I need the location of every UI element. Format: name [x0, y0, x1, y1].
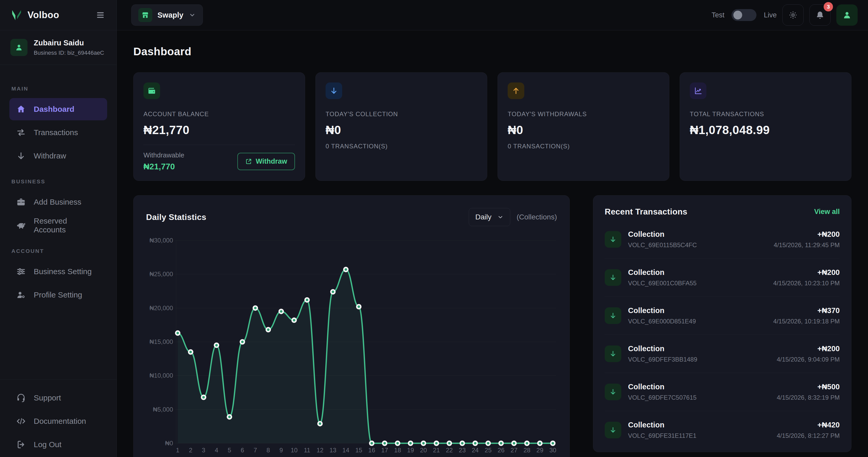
- nav-section-items: Add Business Reserved Accounts: [0, 191, 117, 236]
- external-link-icon: [245, 158, 252, 165]
- transaction-row[interactable]: Collection VOLC_69E0115B5C4FC +₦200 4/15…: [605, 220, 840, 258]
- mode-toggle[interactable]: [732, 9, 756, 21]
- svg-text:1: 1: [176, 447, 179, 454]
- nav-section-items: Dashboard Transactions Withdraw: [0, 98, 117, 167]
- user-card[interactable]: Zubairu Saidu Business ID: biz_69446aeC: [0, 30, 117, 65]
- daily-statistics-chart-svg: ₦0₦5,000₦10,000₦15,000₦20,000₦25,000₦30,…: [146, 233, 557, 457]
- svg-text:9: 9: [279, 447, 283, 454]
- business-switcher[interactable]: Swaply: [131, 4, 203, 26]
- transaction-row[interactable]: Collection VOLC_69DFE31E117E1 +₦420 4/15…: [605, 411, 840, 449]
- txn-reference: VOLC_69DFE7C507615: [628, 394, 770, 401]
- svg-text:₦10,000: ₦10,000: [149, 372, 173, 379]
- svg-text:28: 28: [524, 447, 530, 454]
- live-mode-label: Live: [764, 11, 777, 19]
- stat-card-label: ACCOUNT BALANCE: [144, 110, 295, 118]
- withdraw-button[interactable]: Withdraw: [237, 153, 295, 170]
- svg-text:23: 23: [459, 447, 466, 454]
- stat-card-sub: 0 TRANSACTION(S): [326, 143, 477, 150]
- stat-card-value: ₦21,770: [144, 123, 295, 137]
- withdraw-button-label: Withdraw: [256, 157, 287, 165]
- user-avatar-icon: [10, 39, 28, 56]
- svg-text:18: 18: [394, 447, 401, 454]
- txn-date: 4/15/2026, 9:04:09 PM: [777, 356, 840, 363]
- stat-card-total-transactions: TOTAL TRANSACTIONS ₦1,078,048.99: [680, 72, 851, 181]
- user-name: Zubairu Saidu: [34, 39, 104, 47]
- user-gear-icon: [16, 290, 26, 300]
- nav-item-label: Withdraw: [34, 152, 66, 160]
- collection-arrow-down-icon: [605, 422, 621, 438]
- sidebar-item-transactions[interactable]: Transactions: [9, 121, 107, 144]
- stat-card-today-s-collection: TODAY'S COLLECTION ₦0 0 TRANSACTION(S): [315, 72, 487, 181]
- person-icon: [842, 10, 852, 20]
- nav-item-label: Documentation: [34, 417, 86, 426]
- withdrawable-label: Withdrawable: [144, 151, 184, 159]
- sidebar-item-support[interactable]: Support: [9, 387, 107, 409]
- sliders-icon: [16, 267, 26, 276]
- nav-section: MAIN Dashboard Transactions Withdraw: [0, 86, 117, 167]
- daily-statistics-title: Daily Statistics: [146, 213, 206, 222]
- txn-amount: +₦500: [777, 383, 840, 391]
- stat-card-value: ₦0: [508, 123, 659, 137]
- txn-reference: VOLC_69DFE31E117E1: [628, 432, 770, 439]
- svg-text:21: 21: [433, 447, 440, 454]
- briefcase-icon: [16, 197, 26, 207]
- txn-date: 4/15/2026, 8:12:27 PM: [777, 432, 840, 439]
- chart-line-icon: [690, 83, 706, 99]
- txn-reference: VOLC_69E0115B5C4FC: [628, 241, 767, 249]
- svg-text:₦20,000: ₦20,000: [149, 304, 173, 312]
- sidebar: Volboo Zubairu Saidu Business ID: biz_69…: [0, 0, 117, 457]
- transaction-row[interactable]: Collection VOLC_69DFE7C507615 +₦500 4/15…: [605, 373, 840, 411]
- svg-text:₦30,000: ₦30,000: [149, 237, 173, 244]
- collection-arrow-down-icon: [605, 269, 621, 286]
- transaction-row[interactable]: Collection VOLC_69E000D851E49 +₦370 4/15…: [605, 296, 840, 334]
- view-all-link[interactable]: View all: [814, 208, 840, 216]
- txn-reference: VOLC_69E001C0BFA55: [628, 280, 767, 287]
- txn-amount: +₦370: [773, 306, 840, 315]
- txn-type: Collection: [628, 306, 767, 315]
- stat-card-account-balance: ACCOUNT BALANCE ₦21,770 Withdrawable ₦21…: [133, 72, 305, 181]
- sidebar-item-log-out[interactable]: Log Out: [9, 433, 107, 456]
- profile-button[interactable]: [836, 4, 858, 26]
- stat-card-sub: 0 TRANSACTION(S): [508, 143, 659, 150]
- transaction-row[interactable]: Collection VOLC_69DFEF3BB1489 +₦200 4/15…: [605, 334, 840, 373]
- transactions-list: Collection VOLC_69E0115B5C4FC +₦200 4/15…: [605, 220, 840, 449]
- svg-text:20: 20: [420, 447, 427, 454]
- stat-card-label: TODAY'S COLLECTION: [326, 110, 477, 118]
- notifications-button[interactable]: 3: [809, 4, 831, 26]
- sidebar-item-dashboard[interactable]: Dashboard: [9, 98, 107, 120]
- volboo-logo-icon: [10, 9, 23, 21]
- sidebar-item-documentation[interactable]: Documentation: [9, 410, 107, 432]
- home-icon: [16, 104, 26, 114]
- txn-type: Collection: [628, 345, 770, 353]
- collection-arrow-down-icon: [605, 346, 621, 362]
- txn-type: Collection: [628, 383, 770, 391]
- sidebar-item-profile-setting[interactable]: Profile Setting: [9, 284, 107, 306]
- sidebar-item-business-setting[interactable]: Business Setting: [9, 260, 107, 283]
- svg-text:30: 30: [550, 447, 556, 454]
- svg-text:10: 10: [290, 447, 298, 454]
- stat-card-value: ₦0: [326, 123, 477, 137]
- gear-icon: [788, 10, 798, 20]
- txn-reference: VOLC_69DFEF3BB1489: [628, 356, 770, 363]
- svg-text:5: 5: [228, 447, 231, 454]
- arrow-up-icon: [508, 83, 524, 99]
- daily-statistics-chart: ₦0₦5,000₦10,000₦15,000₦20,000₦25,000₦30,…: [146, 233, 557, 457]
- main-content: Dashboard ACCOUNT BALANCE ₦21,770 Withdr…: [117, 30, 868, 457]
- period-select[interactable]: Daily: [469, 208, 510, 226]
- wallet-icon: [144, 83, 160, 99]
- bell-icon: [815, 10, 825, 20]
- stat-cards-row: ACCOUNT BALANCE ₦21,770 Withdrawable ₦21…: [133, 72, 851, 181]
- nav-item-label: Support: [34, 393, 61, 402]
- topbar: Swaply Test Live 3: [117, 0, 868, 30]
- settings-button[interactable]: [782, 4, 804, 26]
- svg-text:24: 24: [472, 447, 478, 454]
- daily-statistics-panel: Daily Statistics Daily (Collections) ₦0₦…: [133, 195, 570, 457]
- chevron-down-icon: [189, 11, 196, 19]
- menu-icon[interactable]: [95, 9, 106, 21]
- sidebar-item-reserved-accounts[interactable]: Reserved Accounts: [9, 214, 107, 236]
- transaction-row[interactable]: Collection VOLC_69E001C0BFA55 +₦200 4/15…: [605, 258, 840, 296]
- sidebar-item-add-business[interactable]: Add Business: [9, 191, 107, 213]
- sidebar-item-withdraw[interactable]: Withdraw: [9, 145, 107, 167]
- nav-item-label: Dashboard: [34, 105, 74, 113]
- svg-text:16: 16: [368, 447, 375, 454]
